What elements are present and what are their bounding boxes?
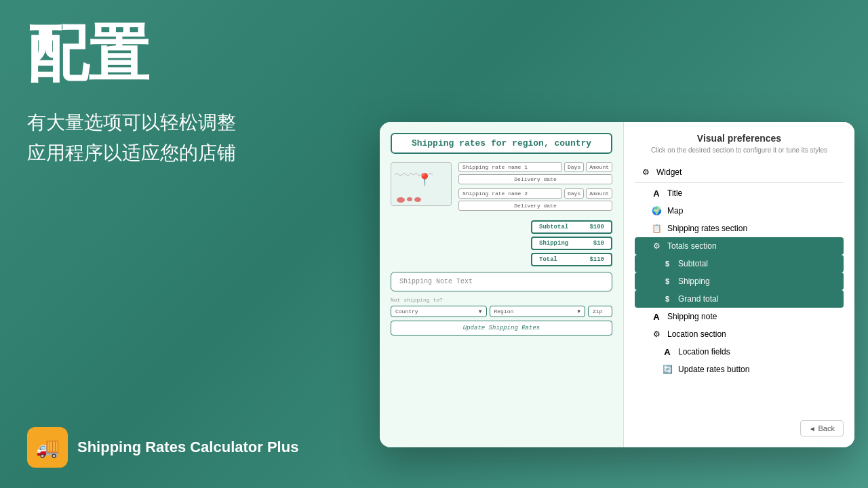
visual-prefs-panel: Visual preferences Click on the desired … xyxy=(624,122,854,447)
pref-item-shipping[interactable]: $ Shipping xyxy=(635,272,844,290)
total-row: Total $110 xyxy=(531,253,612,266)
widget-preview: Shipping rates for region, country 〰〰 📍 … xyxy=(380,122,624,447)
location-selects: Country ▼ Region ▼ Zip xyxy=(391,306,612,317)
pref-item-location-fields[interactable]: A Location fields xyxy=(635,343,844,361)
app-icon: 🚚 xyxy=(27,427,68,468)
subtotal-icon: $ xyxy=(662,258,673,269)
chevron-left-icon: ◄ xyxy=(809,425,816,432)
prefs-subtitle: Click on the desired section to configur… xyxy=(635,146,844,154)
region-select[interactable]: Region ▼ xyxy=(490,306,586,317)
back-button[interactable]: ◄ Back xyxy=(800,420,844,436)
grand-total-icon: $ xyxy=(662,293,673,304)
main-card: Shipping rates for region, country 〰〰 📍 … xyxy=(380,122,854,447)
pref-item-update-rates-button[interactable]: 🔄 Update rates button xyxy=(635,361,844,378)
prefs-title: Visual preferences xyxy=(635,133,844,144)
totals-section-preview: Subtotal $100 Shipping $10 Total $110 xyxy=(391,220,612,266)
shipping-rates-icon: 📋 xyxy=(651,223,662,234)
dropdown-arrow-icon: ▼ xyxy=(577,308,580,314)
location-section-icon: ⚙ xyxy=(651,329,662,340)
pref-item-subtotal[interactable]: $ Subtotal xyxy=(635,255,844,272)
pref-item-map[interactable]: 🌍 Map xyxy=(635,202,844,220)
shipping-row: Shipping $10 xyxy=(531,237,612,250)
subtitle: 有大量选项可以轻松调整 应用程序以适应您的店铺 xyxy=(27,108,326,169)
pref-item-totals-section[interactable]: ⚙ Totals section xyxy=(635,237,844,255)
rate-row-1: Shipping rate name 1 Days Amount xyxy=(458,162,612,172)
rate-row-2: Shipping rate name 2 Days Amount xyxy=(458,188,612,199)
dropdown-arrow-icon: ▼ xyxy=(479,308,482,314)
update-rates-button[interactable]: Update Shipping Rates xyxy=(391,321,612,336)
shipping-rows: Shipping rate name 1 Days Amount Deliver… xyxy=(458,162,612,215)
prefs-list: ⚙ Widget A Title 🌍 Map 📋 Shipping rates … xyxy=(635,163,844,378)
pref-item-shipping-rates-section[interactable]: 📋 Shipping rates section xyxy=(635,220,844,237)
location-section-preview: Not shipping to? Country ▼ Region ▼ Zip … xyxy=(391,297,612,336)
map-icon: 🌍 xyxy=(651,205,662,216)
pref-item-location-section[interactable]: ⚙ Location section xyxy=(635,325,844,343)
pref-item-grand-total[interactable]: $ Grand total xyxy=(635,290,844,308)
zip-input[interactable]: Zip xyxy=(588,306,612,317)
left-panel: 配置 有大量选项可以轻松调整 应用程序以适应您的店铺 xyxy=(0,0,353,488)
preview-title: Shipping rates for region, country xyxy=(391,133,612,154)
gear-icon: ⚙ xyxy=(640,167,651,178)
pref-item-title[interactable]: A Title xyxy=(635,184,844,202)
subtotal-row: Subtotal $100 xyxy=(531,220,612,234)
app-name: Shipping Rates Calculator Plus xyxy=(77,439,298,456)
title-icon: A xyxy=(651,188,662,199)
app-brand: 🚚 Shipping Rates Calculator Plus xyxy=(27,427,298,468)
shipping-icon: $ xyxy=(662,276,673,287)
pref-item-shipping-note[interactable]: A Shipping note xyxy=(635,308,844,325)
pref-item-widget[interactable]: ⚙ Widget xyxy=(635,163,844,181)
location-fields-icon: A xyxy=(662,346,673,357)
totals-section-icon: ⚙ xyxy=(651,241,662,251)
update-rates-button-icon: 🔄 xyxy=(662,364,673,375)
map-area: 〰〰 📍 xyxy=(391,162,452,206)
note-box: Shipping Note Text xyxy=(391,272,612,291)
map-pin-icon: 📍 xyxy=(417,172,432,187)
country-select[interactable]: Country ▼ xyxy=(391,306,487,317)
shipping-note-icon: A xyxy=(651,311,662,322)
page-title: 配置 xyxy=(27,20,326,87)
